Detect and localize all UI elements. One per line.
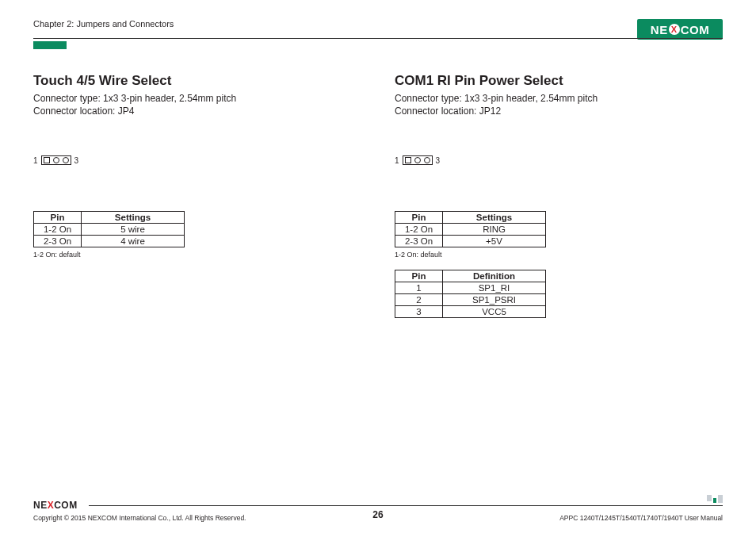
table-row: 1-2 On RING [395,224,546,236]
pin-square-icon [405,157,411,163]
page: Chapter 2: Jumpers and Connectors NEXCOM… [0,0,756,533]
connector-type: Connector type: 1x3 3-pin header, 2.54mm… [33,92,361,105]
table-row: 2-3 On 4 wire [34,236,185,247]
th-settings: Settings [82,212,185,224]
cell-def: VCC5 [443,306,546,318]
table-row: 1 SP1_RI [395,282,546,294]
pin-round-icon [424,157,430,163]
brand-logo-footer: NEXCOM [33,498,89,512]
cell-pin: 1-2 On [395,224,443,236]
pin-header-icon [41,155,71,165]
cell-setting: 5 wire [82,224,185,236]
cell-pin: 1-2 On [34,224,82,236]
th-pin: Pin [395,212,443,224]
pin-round-icon [414,157,421,163]
manual-title: APPC 1240T/1245T/1540T/1740T/1940T User … [559,514,723,522]
th-pin: Pin [395,270,443,282]
th-definition: Definition [443,270,546,282]
logo-x-icon: X [669,24,680,35]
section-title: Touch 4/5 Wire Select [33,73,361,89]
pin-diagram: 1 3 [33,155,361,165]
cell-def: SP1_PSRI [443,294,546,306]
pin-label-3: 3 [74,156,79,165]
footer: NEXCOM Copyright © 2015 NEXCOM Internati… [33,498,723,522]
cell-pin: 2-3 On [395,236,443,247]
logo-post: COM [54,500,78,511]
settings-table: Pin Settings 1-2 On 5 wire 2-3 On 4 wire [33,211,185,247]
cell-setting: +5V [443,236,546,247]
default-note: 1-2 On: default [33,251,361,259]
cell-pin: 2-3 On [34,236,82,247]
cell-setting: 4 wire [82,236,185,247]
logo-post: COM [681,23,710,36]
table-header-row: Pin Settings [34,212,185,224]
settings-table: Pin Settings 1-2 On RING 2-3 On +5V [395,211,546,247]
table-row: 2 SP1_PSRI [395,294,546,306]
pin-label-1: 1 [395,156,399,165]
pin-square-icon [44,157,50,163]
logo-x-icon: X [48,500,55,511]
pin-diagram: 1 3 [395,155,723,165]
footer-left: NEXCOM Copyright © 2015 NEXCOM Internati… [33,498,246,522]
connector-type: Connector type: 1x3 3-pin header, 2.54mm… [395,92,723,105]
cell-setting: RING [443,224,546,236]
th-settings: Settings [443,212,546,224]
pin-round-icon [63,157,69,163]
cell-pin: 1 [395,282,443,294]
cell-pin: 2 [395,294,443,306]
table-row: 3 VCC5 [395,306,546,318]
table-row: 2-3 On +5V [395,236,546,247]
chapter-title: Chapter 2: Jumpers and Connectors [33,19,174,29]
connector-location: Connector location: JP4 [33,105,361,117]
header-rule [33,38,723,39]
copyright-text: Copyright © 2015 NEXCOM International Co… [33,514,246,522]
th-pin: Pin [34,212,82,224]
table-header-row: Pin Definition [395,270,546,282]
content: Touch 4/5 Wire Select Connector type: 1x… [33,73,723,318]
brand-logo: NEXCOM [637,19,723,40]
table-header-row: Pin Settings [395,212,546,224]
logo-pre: NE [651,23,668,36]
cell-def: SP1_RI [443,282,546,294]
cell-pin: 3 [395,306,443,318]
section-touch-wire-select: Touch 4/5 Wire Select Connector type: 1x… [33,73,361,318]
section-com1-ri-power: COM1 RI Pin Power Select Connector type:… [395,73,723,318]
header: Chapter 2: Jumpers and Connectors NEXCOM [33,19,723,44]
header-accent-bar [33,41,67,49]
definition-table: Pin Definition 1 SP1_RI 2 SP1_PSRI 3 VCC… [395,270,546,318]
pin-round-icon [53,157,59,163]
default-note: 1-2 On: default [395,251,723,259]
pin-header-icon [403,155,433,165]
logo-pre: NE [33,500,48,511]
section-title: COM1 RI Pin Power Select [395,73,723,89]
pin-label-1: 1 [33,156,38,165]
pin-label-3: 3 [436,156,441,165]
table-row: 1-2 On 5 wire [34,224,185,236]
connector-location: Connector location: JP12 [395,105,723,117]
